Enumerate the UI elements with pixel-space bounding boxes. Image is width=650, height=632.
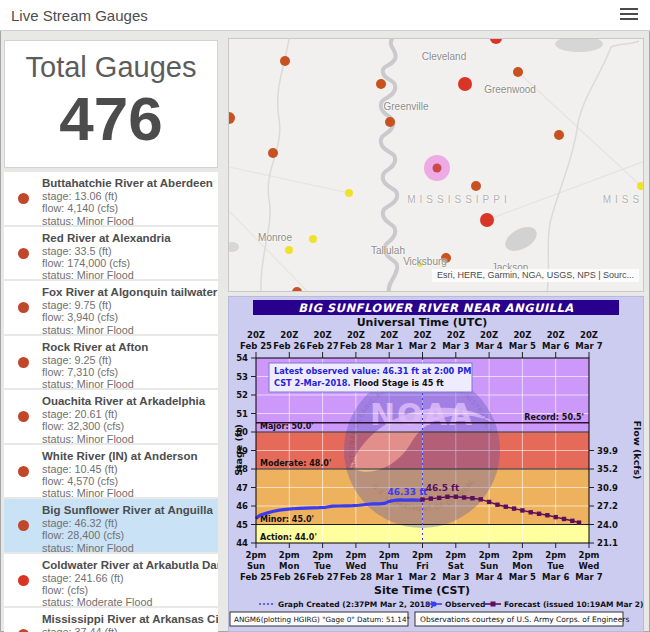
gauge-stage: stage: 9.75 (ft) (42, 299, 214, 311)
gauge-list-item[interactable]: Mississippi River at Arkansas Citystage:… (4, 608, 218, 632)
gauge-list-item[interactable]: Fox River at Algonquin tailwaterstage: 9… (4, 281, 218, 334)
gauge-list-item[interactable]: Buttahatchie River at Aberdeenstage: 13.… (4, 172, 218, 225)
forecast-point (545, 513, 549, 517)
bottom-tick-time: 2pm (579, 550, 600, 560)
gauge-list-item[interactable]: Red River at Alexandriastage: 33.5 (ft)f… (4, 227, 218, 280)
gauge-map-marker[interactable] (309, 235, 317, 243)
stage-tick: 51 (236, 409, 248, 419)
forecast-point (512, 506, 516, 510)
bottom-tick-date: Mar 4 (475, 572, 502, 582)
forecast-point (570, 519, 574, 523)
bottom-tick-time: 2pm (345, 550, 366, 560)
gauge-list-item[interactable]: Coldwater River at Arkabutla Damstage: 2… (4, 554, 218, 607)
stage-tick: 54 (236, 353, 248, 363)
forecast-point (537, 512, 541, 516)
gauge-flow: flow: 32,300 (cfs) (42, 420, 214, 432)
gauge-map-marker[interactable] (229, 112, 235, 124)
record-label: Record: 50.5' (524, 413, 584, 422)
top-axis-label: Universal Time (UTC) (357, 316, 488, 329)
hydrograph-panel: BIG SUNFLOWER RIVER NEAR ANGUILLAUnivers… (228, 296, 644, 632)
road-line (487, 161, 644, 220)
gauge-status: status: Minor Flood (42, 433, 214, 445)
forecast-point (470, 496, 474, 500)
water-body (229, 242, 239, 252)
bottom-tick-date: Mar 6 (542, 572, 569, 582)
bottom-tick-day: Wed (579, 561, 600, 571)
gauge-map-marker[interactable] (480, 213, 494, 227)
gauge-stage: stage: 46.32 (ft) (42, 517, 214, 529)
gauge-stage: stage: 241.66 (ft) (42, 572, 214, 584)
top-tick-date: Mar 2 (409, 341, 436, 351)
top-tick-date: Mar 6 (542, 341, 569, 351)
gauge-name: Big Sunflower River at Anguilla (42, 504, 214, 517)
gauge-map-marker[interactable] (490, 39, 502, 44)
forecast-peak-label: 46.5 ft (426, 483, 460, 493)
gauge-status: status: Minor Flood (42, 269, 214, 281)
bottom-tick-time: 2pm (445, 550, 466, 560)
gauge-map-marker[interactable] (554, 130, 564, 140)
bottom-tick-date: Feb 28 (340, 572, 372, 582)
gauge-map-marker[interactable] (513, 67, 523, 77)
map-attribution: Esri, HERE, Garmin, NGA, USGS, NPS | Sou… (432, 269, 639, 282)
gauge-map-marker[interactable] (280, 56, 290, 66)
gauge-map-marker[interactable] (385, 117, 395, 127)
bottom-tick-date: Mar 3 (442, 572, 469, 582)
gauge-name: White River (IN) at Anderson (42, 450, 214, 463)
gauge-map-marker[interactable] (376, 79, 386, 89)
top-tick-date: Mar 4 (475, 341, 502, 351)
bottom-tick-time: 2pm (246, 550, 267, 560)
bottom-axis-label: Site Time (CST) (374, 584, 470, 597)
gauge-status-dot-icon (18, 466, 29, 477)
top-tick-date: Feb 25 (240, 341, 272, 351)
gauge-list-item[interactable]: Rock River at Aftonstage: 9.25 (ft)flow:… (4, 336, 218, 389)
zone-label: Action: 44.0' (260, 533, 317, 542)
gauge-map-marker[interactable] (458, 77, 472, 91)
gauge-map-marker[interactable] (285, 246, 293, 254)
selected-gauge-marker[interactable] (433, 164, 442, 173)
gauge-list-item[interactable]: Big Sunflower River at Anguillastage: 46… (4, 499, 218, 552)
gauge-list-item[interactable]: White River (IN) at Andersonstage: 10.45… (4, 445, 218, 498)
stage-tick: 44 (236, 538, 248, 548)
gauge-list[interactable]: Buttahatchie River at Aberdeenstage: 13.… (4, 172, 218, 632)
gauge-name: Ouachita River at Arkadelphia (42, 395, 214, 408)
bottom-tick-day: Thu (380, 561, 398, 571)
stage-axis-title: Stage (ft) (233, 424, 244, 476)
gauge-map-marker[interactable] (417, 261, 423, 267)
gauge-list-item[interactable]: Ouachita River at Arkadelphiastage: 20.6… (4, 390, 218, 443)
forecast-point (520, 508, 524, 512)
gauge-name: Fox River at Algonquin tailwater (42, 286, 214, 299)
flow-tick: 35.2 (597, 464, 618, 474)
gauge-map-marker[interactable] (471, 181, 481, 191)
top-tick-z: 20Z (414, 330, 432, 340)
forecast-point (529, 510, 533, 514)
gauge-map-marker[interactable] (345, 189, 353, 197)
bottom-tick-time: 2pm (412, 550, 433, 560)
map-canvas[interactable] (229, 39, 644, 292)
forecast-point (562, 517, 566, 521)
page-title: Live Stream Gauges (11, 7, 148, 24)
top-tick-z: 20Z (280, 330, 298, 340)
gauge-stage: stage: 13.06 (ft) (42, 190, 214, 202)
bottom-tick-day: Tue (547, 561, 564, 571)
gauge-stage: stage: 9.25 (ft) (42, 354, 214, 366)
gauge-map-marker[interactable] (268, 148, 278, 158)
gauge-status: status: Minor Flood (42, 487, 214, 499)
gauge-map-marker[interactable] (441, 253, 451, 263)
legend-forecast: Forecast (issued 10:19AM Mar 2) (504, 600, 644, 609)
top-tick-date: Feb 28 (340, 341, 372, 351)
gauge-status-dot-icon (18, 357, 29, 368)
top-tick-date: Feb 26 (273, 341, 305, 351)
water-body (501, 222, 540, 256)
total-gauges-card: Total Gauges 476 (4, 40, 218, 168)
forecast-point (577, 520, 581, 524)
gauge-status-dot-icon (18, 411, 29, 422)
forecast-point (504, 505, 508, 509)
forecast-point (445, 495, 449, 499)
forecast-point (554, 515, 558, 519)
stream-gauges-map[interactable]: ClevelandGreenwoodGreenvilleMonroeTallul… (228, 38, 644, 292)
gauge-map-marker[interactable] (292, 287, 302, 292)
gauge-flow: flow: 28,400 (cfs) (42, 529, 214, 541)
hamburger-menu-icon[interactable] (620, 8, 638, 22)
legend-graph-created: Graph Created (2:37PM Mar 2, 2018) (278, 600, 434, 609)
gauge-name: Buttahatchie River at Aberdeen (42, 177, 214, 190)
